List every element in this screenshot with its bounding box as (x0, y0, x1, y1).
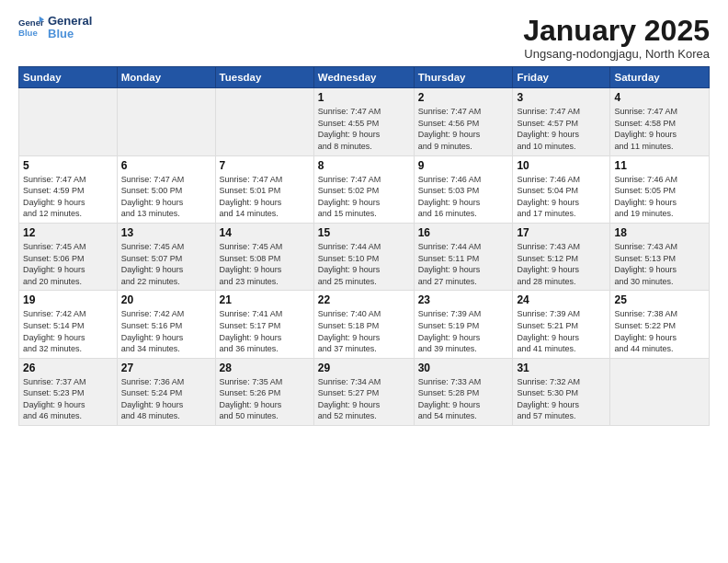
cell-daylight-info: Sunrise: 7:39 AM Sunset: 5:21 PM Dayligh… (517, 308, 606, 354)
cell-daylight-info: Sunrise: 7:47 AM Sunset: 4:56 PM Dayligh… (418, 106, 509, 152)
calendar-cell: 8Sunrise: 7:47 AM Sunset: 5:02 PM Daylig… (313, 155, 414, 223)
calendar-cell: 30Sunrise: 7:33 AM Sunset: 5:28 PM Dayli… (414, 358, 513, 425)
calendar-day-header: Tuesday (215, 67, 313, 88)
calendar-cell: 23Sunrise: 7:39 AM Sunset: 5:19 PM Dayli… (414, 291, 513, 358)
cell-daylight-info: Sunrise: 7:38 AM Sunset: 5:22 PM Dayligh… (614, 308, 705, 354)
cell-daylight-info: Sunrise: 7:43 AM Sunset: 5:13 PM Dayligh… (614, 241, 705, 287)
day-number: 6 (121, 159, 211, 172)
day-number: 25 (614, 293, 705, 306)
day-number: 27 (121, 362, 211, 374)
calendar-cell (610, 358, 710, 425)
cell-daylight-info: Sunrise: 7:45 AM Sunset: 5:08 PM Dayligh… (220, 241, 310, 287)
cell-daylight-info: Sunrise: 7:47 AM Sunset: 5:00 PM Dayligh… (121, 174, 211, 220)
day-number: 26 (23, 362, 113, 374)
cell-daylight-info: Sunrise: 7:45 AM Sunset: 5:06 PM Dayligh… (23, 241, 113, 287)
calendar-table: SundayMondayTuesdayWednesdayThursdayFrid… (18, 66, 710, 426)
day-number: 14 (220, 226, 310, 239)
calendar-day-header: Wednesday (313, 67, 414, 88)
cell-daylight-info: Sunrise: 7:32 AM Sunset: 5:30 PM Dayligh… (517, 376, 606, 422)
cell-daylight-info: Sunrise: 7:33 AM Sunset: 5:28 PM Dayligh… (418, 376, 509, 422)
calendar-day-header: Thursday (414, 67, 513, 88)
day-number: 28 (220, 362, 310, 374)
day-number: 3 (517, 91, 606, 104)
day-number: 22 (318, 293, 410, 306)
calendar-cell (19, 88, 118, 155)
cell-daylight-info: Sunrise: 7:36 AM Sunset: 5:24 PM Dayligh… (121, 376, 211, 422)
calendar-cell: 18Sunrise: 7:43 AM Sunset: 5:13 PM Dayli… (610, 223, 710, 290)
calendar-day-header: Saturday (610, 67, 710, 88)
calendar-cell: 22Sunrise: 7:40 AM Sunset: 5:18 PM Dayli… (313, 291, 414, 358)
calendar-cell: 3Sunrise: 7:47 AM Sunset: 4:57 PM Daylig… (513, 88, 610, 155)
calendar-cell: 26Sunrise: 7:37 AM Sunset: 5:23 PM Dayli… (19, 358, 118, 425)
cell-daylight-info: Sunrise: 7:34 AM Sunset: 5:27 PM Dayligh… (318, 376, 410, 422)
location-subtitle: Ungsang-nodongjagu, North Korea (523, 47, 710, 61)
title-block: January 2025 Ungsang-nodongjagu, North K… (523, 15, 710, 61)
calendar-day-header: Monday (117, 67, 215, 88)
calendar-week-row: 26Sunrise: 7:37 AM Sunset: 5:23 PM Dayli… (19, 358, 710, 425)
calendar-cell: 4Sunrise: 7:47 AM Sunset: 4:58 PM Daylig… (610, 88, 710, 155)
day-number: 7 (220, 159, 310, 172)
cell-daylight-info: Sunrise: 7:47 AM Sunset: 4:57 PM Dayligh… (517, 106, 606, 152)
cell-daylight-info: Sunrise: 7:42 AM Sunset: 5:16 PM Dayligh… (121, 308, 211, 354)
cell-daylight-info: Sunrise: 7:42 AM Sunset: 5:14 PM Dayligh… (23, 308, 113, 354)
cell-daylight-info: Sunrise: 7:47 AM Sunset: 4:58 PM Dayligh… (614, 106, 705, 152)
calendar-day-header: Friday (513, 67, 610, 88)
cell-daylight-info: Sunrise: 7:47 AM Sunset: 5:02 PM Dayligh… (318, 174, 410, 220)
day-number: 5 (23, 159, 113, 172)
day-number: 23 (418, 293, 509, 306)
calendar-cell: 24Sunrise: 7:39 AM Sunset: 5:21 PM Dayli… (513, 291, 610, 358)
calendar-cell: 15Sunrise: 7:44 AM Sunset: 5:10 PM Dayli… (313, 223, 414, 290)
cell-daylight-info: Sunrise: 7:47 AM Sunset: 5:01 PM Dayligh… (220, 174, 310, 220)
day-number: 2 (418, 91, 509, 104)
cell-daylight-info: Sunrise: 7:46 AM Sunset: 5:05 PM Dayligh… (614, 174, 705, 220)
calendar-cell: 7Sunrise: 7:47 AM Sunset: 5:01 PM Daylig… (215, 155, 313, 223)
day-number: 18 (614, 226, 705, 239)
logo-line1: General (48, 15, 92, 28)
calendar-cell: 2Sunrise: 7:47 AM Sunset: 4:56 PM Daylig… (414, 88, 513, 155)
day-number: 20 (121, 293, 211, 306)
day-number: 16 (418, 226, 509, 239)
cell-daylight-info: Sunrise: 7:41 AM Sunset: 5:17 PM Dayligh… (220, 308, 310, 354)
day-number: 11 (614, 159, 705, 172)
day-number: 10 (517, 159, 606, 172)
cell-daylight-info: Sunrise: 7:47 AM Sunset: 4:59 PM Dayligh… (23, 174, 113, 220)
day-number: 19 (23, 293, 113, 306)
calendar-cell: 9Sunrise: 7:46 AM Sunset: 5:03 PM Daylig… (414, 155, 513, 223)
calendar-cell: 19Sunrise: 7:42 AM Sunset: 5:14 PM Dayli… (19, 291, 118, 358)
calendar-cell: 5Sunrise: 7:47 AM Sunset: 4:59 PM Daylig… (19, 155, 118, 223)
calendar-week-row: 19Sunrise: 7:42 AM Sunset: 5:14 PM Dayli… (19, 291, 710, 358)
cell-daylight-info: Sunrise: 7:39 AM Sunset: 5:19 PM Dayligh… (418, 308, 509, 354)
calendar-cell: 13Sunrise: 7:45 AM Sunset: 5:07 PM Dayli… (117, 223, 215, 290)
calendar-week-row: 1Sunrise: 7:47 AM Sunset: 4:55 PM Daylig… (19, 88, 710, 155)
cell-daylight-info: Sunrise: 7:46 AM Sunset: 5:03 PM Dayligh… (418, 174, 509, 220)
cell-daylight-info: Sunrise: 7:40 AM Sunset: 5:18 PM Dayligh… (318, 308, 410, 354)
cell-daylight-info: Sunrise: 7:37 AM Sunset: 5:23 PM Dayligh… (23, 376, 113, 422)
calendar-cell: 21Sunrise: 7:41 AM Sunset: 5:17 PM Dayli… (215, 291, 313, 358)
day-number: 9 (418, 159, 509, 172)
calendar-week-row: 12Sunrise: 7:45 AM Sunset: 5:06 PM Dayli… (19, 223, 710, 290)
cell-daylight-info: Sunrise: 7:44 AM Sunset: 5:11 PM Dayligh… (418, 241, 509, 287)
calendar-cell: 20Sunrise: 7:42 AM Sunset: 5:16 PM Dayli… (117, 291, 215, 358)
day-number: 29 (318, 362, 410, 374)
cell-daylight-info: Sunrise: 7:46 AM Sunset: 5:04 PM Dayligh… (517, 174, 606, 220)
calendar-cell: 1Sunrise: 7:47 AM Sunset: 4:55 PM Daylig… (313, 88, 414, 155)
day-number: 12 (23, 226, 113, 239)
day-number: 17 (517, 226, 606, 239)
calendar-cell: 11Sunrise: 7:46 AM Sunset: 5:05 PM Dayli… (610, 155, 710, 223)
calendar-cell: 12Sunrise: 7:45 AM Sunset: 5:06 PM Dayli… (19, 223, 118, 290)
cell-daylight-info: Sunrise: 7:45 AM Sunset: 5:07 PM Dayligh… (121, 241, 211, 287)
day-number: 4 (614, 91, 705, 104)
calendar-cell: 10Sunrise: 7:46 AM Sunset: 5:04 PM Dayli… (513, 155, 610, 223)
svg-text:Blue: Blue (18, 28, 38, 38)
month-title: January 2025 (523, 15, 710, 47)
calendar-cell: 14Sunrise: 7:45 AM Sunset: 5:08 PM Dayli… (215, 223, 313, 290)
day-number: 24 (517, 293, 606, 306)
cell-daylight-info: Sunrise: 7:47 AM Sunset: 4:55 PM Dayligh… (318, 106, 410, 152)
day-number: 13 (121, 226, 211, 239)
day-number: 8 (318, 159, 410, 172)
cell-daylight-info: Sunrise: 7:43 AM Sunset: 5:12 PM Dayligh… (517, 241, 606, 287)
calendar-cell (215, 88, 313, 155)
day-number: 15 (318, 226, 410, 239)
logo: General Blue General Blue (18, 15, 92, 41)
cell-daylight-info: Sunrise: 7:44 AM Sunset: 5:10 PM Dayligh… (318, 241, 410, 287)
